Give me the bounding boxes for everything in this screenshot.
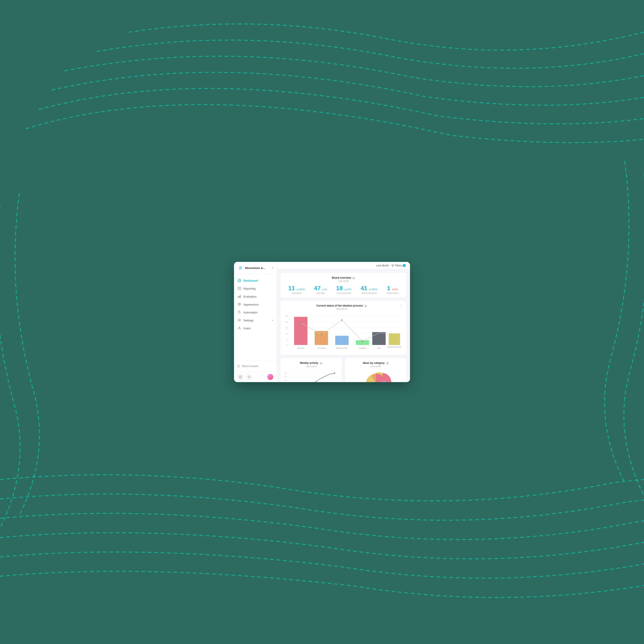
evaluation-icon: [237, 295, 241, 299]
svg-text:In progress: In progress: [358, 347, 366, 349]
filters-button[interactable]: Filters 1: [391, 264, 406, 267]
svg-point-54: [334, 373, 335, 374]
main-header: Last Month Filters 1: [277, 262, 410, 269]
main-content: Last Month Filters 1 Board overview i La…: [277, 262, 410, 382]
bar-business-review: [335, 336, 349, 345]
trend-dot-2: [321, 334, 322, 335]
stat-new-evaluations: 41 ▲1950% new evaluations: [361, 285, 377, 294]
bar-new-ideas: [294, 317, 307, 345]
svg-point-9: [240, 304, 240, 304]
pie-donut-svg: [365, 373, 387, 382]
ideation-info-icon[interactable]: i: [364, 305, 367, 307]
trend-dot-1: [300, 322, 301, 323]
stat-value-ideas: 11: [288, 285, 295, 291]
back-to-board-button[interactable]: Back to board: [237, 363, 273, 369]
svg-point-20: [401, 305, 402, 305]
svg-text:First review: First review: [317, 347, 325, 349]
stat-new-likes: 47 ▲7% new likes: [314, 285, 327, 294]
bottom-row: Weekly activity i Last month 45 40 35 30…: [280, 358, 407, 382]
stat-value-users: 1: [387, 285, 390, 291]
svg-text:20: 20: [286, 321, 288, 323]
stat-value-evaluations: 41: [361, 285, 367, 291]
ideas-by-category-card: Ideas by category i Last month: [345, 358, 407, 382]
svg-text:Business review: Business review: [336, 347, 348, 349]
ideation-chart-subtitle: 2022-05-05: [284, 308, 400, 310]
board-overview-subtitle: Last month: [284, 280, 403, 282]
filter-icon: [391, 264, 394, 267]
svg-point-22: [401, 307, 402, 307]
board-overview-card: Board overview i Last month 11 ▲1000% ne…: [280, 273, 407, 298]
svg-point-12: [239, 327, 240, 328]
board-overview-info-icon[interactable]: i: [352, 277, 355, 279]
reporting-icon: [237, 287, 241, 291]
sidebar-header: // Moonshots &... ▾: [234, 262, 277, 274]
svg-rect-5: [239, 296, 240, 298]
back-to-board-label: Back to board: [242, 365, 258, 368]
weekly-title: Weekly activity i: [284, 361, 339, 365]
ideation-chart-card: Current status of the ideation process i…: [280, 301, 407, 355]
trend-dot-3: [341, 319, 342, 321]
stat-label-evaluations: new evaluations: [361, 292, 377, 294]
category-title: Ideas by category i: [348, 361, 403, 365]
bar-archived: [389, 333, 400, 345]
svg-text:45: 45: [285, 372, 286, 374]
svg-text:0: 0: [287, 344, 288, 346]
sidebar-item-automation[interactable]: Automation: [234, 308, 277, 316]
category-info-icon[interactable]: i: [386, 362, 389, 365]
stat-change-users: ▼83%: [392, 288, 398, 291]
app-window: // Moonshots &... ▾ Dashboard: [234, 262, 410, 382]
sidebar-item-settings[interactable]: Settings ▾: [234, 316, 277, 324]
bar-first-review: [315, 331, 328, 345]
ideation-chart-title: Current status of the ideation process i: [284, 304, 400, 307]
svg-rect-4: [238, 297, 238, 298]
stat-new-comments: 18 ▲157% new comments: [336, 285, 352, 294]
sidebar: // Moonshots &... ▾ Dashboard: [234, 262, 277, 382]
svg-point-10: [239, 305, 240, 305]
stat-unique-users: 1 ▼83% unique users: [386, 285, 399, 294]
svg-text:Archived for later use: Archived for later use: [387, 346, 401, 348]
user-avatar[interactable]: [267, 374, 273, 380]
weekly-subtitle: Last month: [284, 365, 339, 368]
stats-row: 11 ▲1000% new ideas 47 ▲7% new likes: [284, 285, 403, 294]
stat-label-likes: new likes: [314, 292, 327, 294]
category-subtitle: Last month: [348, 365, 403, 368]
stat-value-comments: 18: [336, 285, 343, 291]
sidebar-item-evaluation[interactable]: Evaluation: [234, 293, 277, 301]
sidebar-footer: ?: [234, 372, 277, 382]
svg-text:?: ?: [249, 376, 250, 378]
sidebar-nav: Dashboard Reporting: [234, 274, 277, 361]
logo-icon: //: [239, 266, 241, 270]
dashboard-label: Dashboard: [243, 279, 258, 282]
svg-text:40: 40: [285, 376, 286, 377]
sidebar-logo: //: [237, 265, 243, 271]
appearance-icon: [237, 302, 241, 307]
svg-point-11: [239, 320, 240, 321]
svg-rect-6: [240, 295, 241, 298]
appearance-label: Appearance: [243, 303, 258, 306]
bar-done: [372, 332, 386, 345]
stat-new-ideas: 11 ▲1000% new ideas: [288, 285, 305, 294]
stat-label-users: unique users: [386, 292, 399, 294]
reporting-label: Reporting: [243, 287, 255, 290]
chart-options-icon[interactable]: [400, 304, 403, 308]
automation-icon: [237, 310, 241, 314]
workspace-chevron-icon[interactable]: ▾: [272, 266, 273, 269]
sidebar-item-dashboard[interactable]: Dashboard: [234, 277, 277, 285]
sidebar-item-reporting[interactable]: Reporting: [234, 285, 277, 293]
workspace-name: Moonshots &...: [245, 266, 270, 270]
help-icon-button[interactable]: ?: [246, 374, 252, 380]
stat-label-ideas: new ideas: [288, 292, 305, 294]
weekly-info-icon[interactable]: i: [320, 362, 322, 365]
svg-point-8: [238, 304, 239, 304]
users-label: Users: [243, 327, 251, 330]
stat-value-likes: 47: [314, 285, 321, 291]
svg-rect-13: [238, 365, 240, 367]
settings-chevron-icon: ▾: [272, 319, 273, 322]
filter-count-badge: 1: [403, 264, 406, 267]
stat-change-comments: ▲157%: [344, 288, 352, 291]
dashboard-icon: [237, 279, 241, 283]
sidebar-item-appearance[interactable]: Appearance: [234, 301, 277, 308]
sidebar-item-users[interactable]: Users: [234, 324, 277, 332]
notes-icon-button[interactable]: [237, 374, 243, 380]
weekly-activity-card: Weekly activity i Last month 45 40 35 30…: [280, 358, 342, 382]
